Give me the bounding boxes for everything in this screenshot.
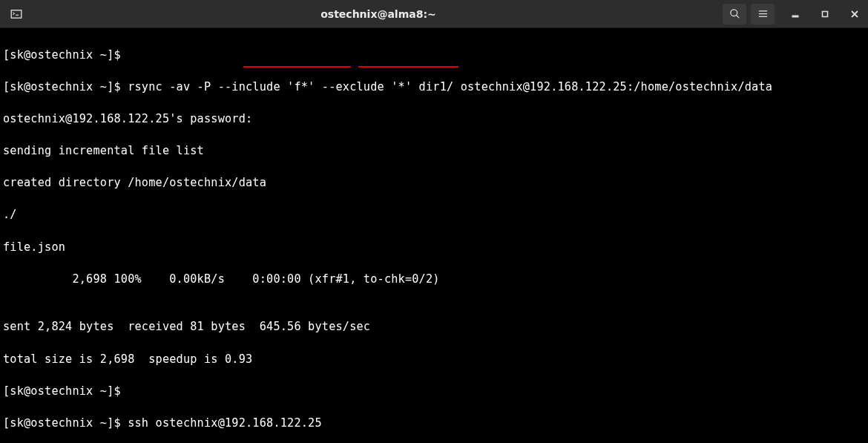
annotation-underline	[243, 66, 351, 68]
window-title: ostechnix@alma8:~	[34, 8, 723, 20]
svg-rect-0	[792, 16, 798, 17]
prompt: [sk@ostechnix ~]$	[3, 80, 128, 93]
terminal-icon	[4, 4, 28, 24]
terminal-line: 2,698 100% 0.00kB/s 0:00:00 (xfr#1, to-c…	[3, 272, 865, 288]
titlebar: ostechnix@alma8:~	[0, 0, 868, 28]
svg-rect-1	[823, 11, 828, 16]
terminal-line: ./	[3, 207, 865, 223]
terminal-line: [sk@ostechnix ~]$	[3, 47, 865, 64]
maximize-button[interactable]	[816, 5, 834, 23]
command-text: rsync -av -P --include 'f*' --exclude '*…	[128, 80, 772, 93]
terminal-line: sending incremental file list	[3, 143, 865, 160]
command-text: ssh ostechnix@192.168.122.25	[128, 416, 322, 430]
prompt: [sk@ostechnix ~]$	[3, 48, 128, 62]
terminal-line: created directory /home/ostechnix/data	[3, 175, 865, 191]
close-button[interactable]	[846, 5, 864, 23]
minimize-button[interactable]	[786, 5, 804, 23]
titlebar-actions	[723, 4, 864, 24]
terminal-line: sent 2,824 bytes received 81 bytes 645.5…	[3, 319, 865, 335]
terminal-line: [sk@ostechnix ~]$ ssh ostechnix@192.168.…	[3, 416, 865, 432]
terminal-area[interactable]: [sk@ostechnix ~]$ [sk@ostechnix ~]$ rsyn…	[0, 28, 868, 443]
search-icon[interactable]	[723, 4, 746, 24]
terminal-line: [sk@ostechnix ~]$	[3, 384, 865, 400]
terminal-line: [sk@ostechnix ~]$ rsync -av -P --include…	[3, 79, 865, 96]
terminal-line: ostechnix@192.168.122.25's password:	[3, 111, 865, 128]
prompt: [sk@ostechnix ~]$	[3, 384, 128, 398]
terminal-line: file.json	[3, 240, 865, 256]
terminal-line: total size is 2,698 speedup is 0.93	[3, 352, 865, 368]
hamburger-menu-icon[interactable]	[751, 4, 775, 24]
prompt: [sk@ostechnix ~]$	[3, 416, 128, 430]
annotation-underline	[358, 66, 458, 68]
